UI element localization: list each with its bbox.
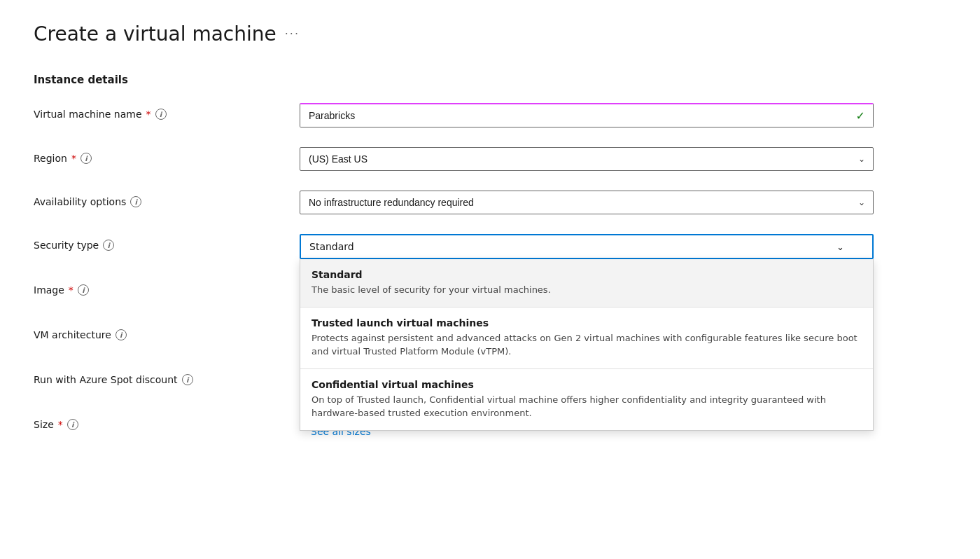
security-option-confidential-desc: On top of Trusted launch, Confidential v… xyxy=(312,393,862,420)
page-title: Create a virtual machine xyxy=(34,22,276,46)
availability-select[interactable]: No infrastructure redundancy required Av… xyxy=(300,191,874,214)
azure-spot-label: Run with Azure Spot discount i xyxy=(34,368,300,385)
availability-info-icon[interactable]: i xyxy=(130,196,141,207)
security-option-trusted-launch-title: Trusted launch virtual machines xyxy=(312,317,862,329)
security-type-dropdown-wrapper: Standard ⌄ Standard The basic level of s… xyxy=(300,234,874,259)
image-label: Image * i xyxy=(34,279,300,296)
region-select[interactable]: (US) East US (US) West US (EU) West Euro… xyxy=(300,147,874,171)
security-option-confidential[interactable]: Confidential virtual machines On top of … xyxy=(300,369,873,430)
vm-name-label: Virtual machine name * i xyxy=(34,103,300,120)
page-title-ellipsis: ··· xyxy=(285,27,300,41)
security-option-standard-title: Standard xyxy=(312,269,862,280)
section-heading: Instance details xyxy=(34,74,946,86)
image-info-icon[interactable]: i xyxy=(78,284,89,296)
availability-label: Availability options i xyxy=(34,191,300,207)
security-type-info-icon[interactable]: i xyxy=(103,240,114,251)
security-type-dropdown-menu: Standard The basic level of security for… xyxy=(300,259,874,431)
vm-name-field: ✓ xyxy=(300,103,874,127)
size-info-icon[interactable]: i xyxy=(67,419,78,430)
region-dropdown-wrapper: (US) East US (US) West US (EU) West Euro… xyxy=(300,147,874,171)
form-grid: Virtual machine name * i ✓ Region * i (U… xyxy=(34,103,874,444)
region-required: * xyxy=(71,153,76,164)
security-type-value: Standard xyxy=(309,241,354,252)
vm-name-required: * xyxy=(146,109,151,120)
image-required: * xyxy=(69,284,74,296)
azure-spot-info-icon[interactable]: i xyxy=(182,374,193,385)
vm-name-info-icon[interactable]: i xyxy=(155,109,167,120)
availability-dropdown-wrapper: No infrastructure redundancy required Av… xyxy=(300,191,874,214)
security-type-label: Security type i xyxy=(34,234,300,251)
region-info-icon[interactable]: i xyxy=(80,153,92,164)
size-required: * xyxy=(58,419,63,430)
vm-name-check-icon: ✓ xyxy=(856,109,865,122)
security-option-confidential-title: Confidential virtual machines xyxy=(312,379,862,390)
security-option-trusted-launch-desc: Protects against persistent and advanced… xyxy=(312,331,862,359)
security-option-standard[interactable]: Standard The basic level of security for… xyxy=(300,259,873,308)
vm-architecture-info-icon[interactable]: i xyxy=(115,329,127,340)
security-type-select-box[interactable]: Standard ⌄ xyxy=(300,234,874,259)
security-type-chevron-icon: ⌄ xyxy=(836,242,844,252)
security-option-trusted-launch[interactable]: Trusted launch virtual machines Protects… xyxy=(300,308,873,369)
security-option-standard-desc: The basic level of security for your vir… xyxy=(312,283,862,297)
size-label: Size * i xyxy=(34,413,300,430)
page-title-container: Create a virtual machine ··· xyxy=(34,22,946,46)
vm-name-input[interactable] xyxy=(300,103,874,127)
region-label: Region * i xyxy=(34,147,300,164)
vm-architecture-label: VM architecture i xyxy=(34,324,300,340)
